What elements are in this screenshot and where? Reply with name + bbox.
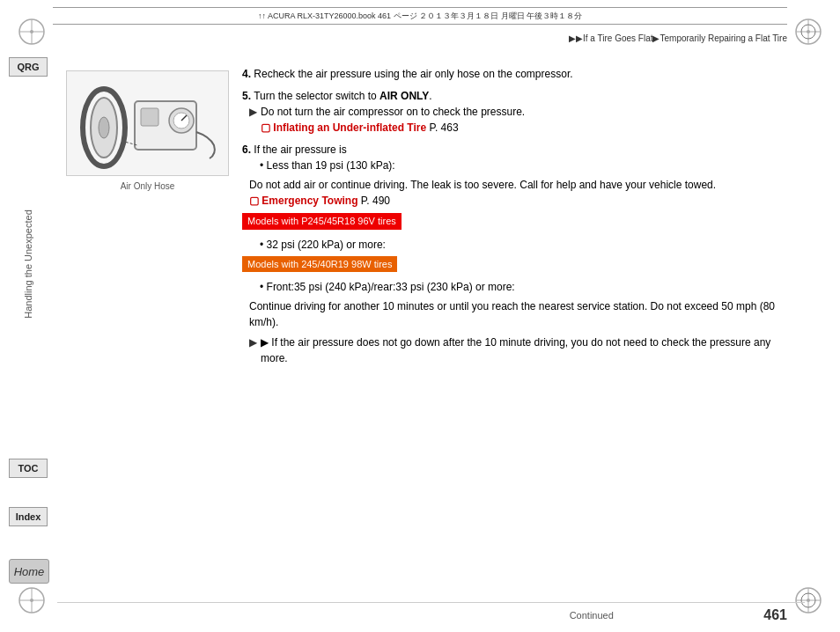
svg-rect-22 [141,108,158,126]
model-bar-2: Models with 245/40R19 98W tires [242,256,397,273]
compressor-image: Air Only Hose [66,70,229,176]
step-6-text: If the air pressure is [254,143,346,156]
inflating-page: P. 463 [429,121,458,134]
breadcrumb-text: ▶▶If a Tire Goes Flat▶Temporarily Repair… [569,33,787,43]
step-5-sub1: ▶ Do not turn the air compressor on to c… [249,104,796,136]
bullet-2: • 32 psi (220 kPa) or more: [260,237,796,253]
continued-text: Continued [419,610,763,621]
image-caption: Air Only Hose [121,181,175,191]
sidebar-vertical-label: Handling the Unexpected [23,209,33,319]
compressor-image-container: Air Only Hose [66,70,229,198]
index-button[interactable]: Index [9,507,48,526]
step-5-bold: AIR ONLY [379,90,429,102]
corner-decoration-tr [792,16,824,48]
emergency-page: P. 490 [361,195,390,207]
corner-decoration-bl [16,584,48,616]
svg-point-16 [807,599,810,602]
emergency-icon: ▢ [249,195,259,207]
bullet-3: • Front:35 psi (240 kPa)/rear:33 psi (23… [260,279,796,295]
svg-point-7 [807,30,810,33]
step-5-sub1-text: Do not turn the air compressor on to che… [261,104,525,136]
breadcrumb: ▶▶If a Tire Goes Flat▶Temporarily Repair… [569,33,787,43]
home-label: Home [14,565,45,578]
sidebar-item-index[interactable]: Index [9,507,48,526]
sidebar-item-home[interactable]: Home [9,559,49,584]
continue-text: Continue driving for another 10 minutes … [249,298,796,330]
emergency-towing-link[interactable]: Emergency Towing [262,195,357,207]
step-5-suffix: . [429,90,431,102]
inflating-icon: ▢ [261,121,270,134]
bullet-1-desc: Do not add air or continue driving. The … [249,177,796,209]
qrg-button[interactable]: QRG [9,57,48,77]
corner-decoration-tl [16,16,48,48]
bullet-1: • Less than 19 psi (130 kPa): [260,158,796,173]
svg-point-20 [99,117,109,138]
step-6-number: 6. [242,143,251,156]
step-6-sub2: ▶ ▶ If the air pressure does not go down… [249,334,796,366]
step-5: 5. Turn the selector switch to AIR ONLY.… [242,88,796,136]
step-4-text: Recheck the air pressure using the air o… [254,68,572,80]
model-bar-1-container: Models with P245/45R18 96V tires [242,213,796,233]
svg-point-12 [30,599,33,602]
model-bar-2-container: Models with 245/40R19 98W tires [242,256,796,276]
step-4: 4. Recheck the air pressure using the ai… [242,66,796,82]
main-text-content: 4. Recheck the air pressure using the ai… [242,66,796,579]
file-info-bar: ↑↑ ACURA RLX-31TY26000.book 461 ページ ２０１３… [53,7,787,25]
sidebar-item-toc[interactable]: TOC [9,459,48,478]
model-bar-1: Models with P245/45R18 96V tires [242,213,402,230]
sidebar-item-qrg[interactable]: QRG [9,57,48,77]
step-5-number: 5. [242,90,251,102]
step-4-number: 4. [242,68,251,80]
step-5-prefix: Turn the selector switch to [254,90,379,102]
inflating-link[interactable]: Inflating an Under-inflated Tire [273,121,426,134]
svg-point-3 [30,30,33,33]
step-6: 6. If the air pressure is • Less than 19… [242,142,796,366]
toc-button[interactable]: TOC [9,459,48,478]
page-number: 461 [763,607,787,623]
compressor-illustration [77,75,218,172]
sub2-text: ▶ If the air pressure does not go down a… [261,334,796,366]
file-info-text: ↑↑ ACURA RLX-31TY26000.book 461 ページ ２０１３… [258,11,582,22]
bottom-bar: Continued 461 [57,602,805,623]
